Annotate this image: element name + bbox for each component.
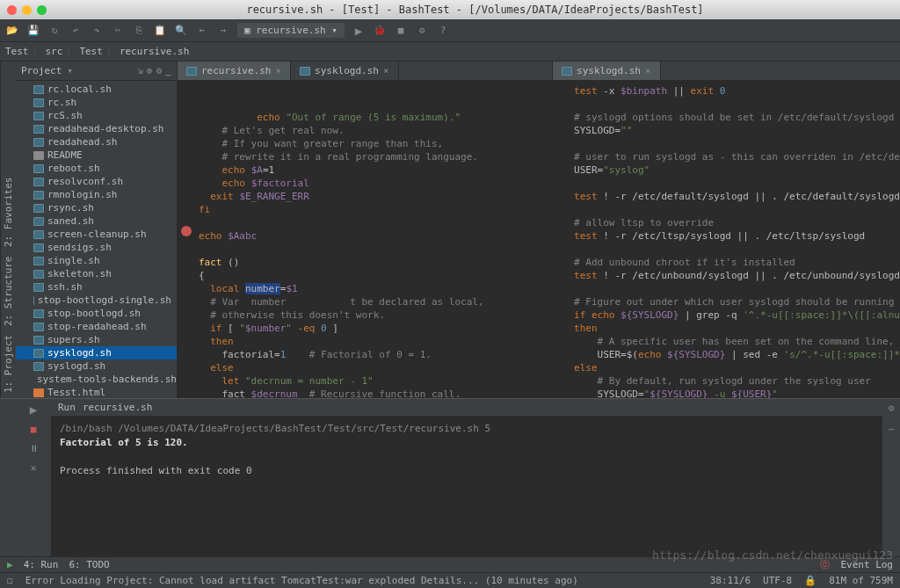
editor-tab[interactable]: sysklogd.sh× bbox=[553, 62, 660, 80]
refresh-icon[interactable]: ↻ bbox=[47, 24, 62, 38]
close-icon[interactable] bbox=[7, 5, 17, 15]
sidebar-tab-project[interactable]: 1: Project bbox=[3, 335, 14, 393]
run-toolbar: ▶ ■ ⏸ ✕ bbox=[16, 399, 51, 556]
breadcrumb-item[interactable]: Test bbox=[5, 46, 29, 57]
tree-file[interactable]: syslogd.sh bbox=[16, 359, 177, 373]
watermark: https://blog.csdn.net/chenxuegui123 bbox=[652, 548, 893, 562]
tree-file[interactable]: saned.sh bbox=[16, 214, 177, 228]
pause-icon[interactable]: ⏸ bbox=[26, 441, 40, 455]
editor-tab[interactable]: sysklogd.sh× bbox=[291, 62, 398, 80]
editor-tab[interactable]: recursive.sh× bbox=[178, 62, 291, 80]
gear-icon[interactable]: ⚙ bbox=[889, 403, 895, 414]
tree-file[interactable]: skeleton.sh bbox=[16, 267, 177, 280]
forward-icon[interactable]: → bbox=[216, 24, 230, 38]
breadcrumb-item[interactable]: recursive.sh bbox=[120, 46, 189, 57]
debug-icon[interactable]: 🐞 bbox=[373, 24, 387, 38]
breadcrumb-item[interactable]: Test bbox=[79, 46, 103, 57]
minimize-icon[interactable] bbox=[22, 5, 32, 15]
tree-file[interactable]: rsync.sh bbox=[16, 201, 177, 214]
tree-file[interactable]: rc.sh bbox=[16, 96, 177, 109]
file-icon bbox=[33, 283, 44, 292]
hide-icon[interactable]: ⎯ bbox=[165, 65, 171, 76]
paste-icon[interactable]: 📋 bbox=[153, 24, 167, 38]
tree-file[interactable]: readahead-desktop.sh bbox=[16, 122, 177, 135]
tree-file[interactable]: screen-cleanup.sh bbox=[16, 228, 177, 241]
traffic-lights[interactable] bbox=[7, 5, 47, 15]
file-name: ssh.sh bbox=[47, 281, 83, 293]
tree-file[interactable]: rc.local.sh bbox=[16, 83, 177, 96]
tree-file[interactable]: ssh.sh bbox=[16, 280, 177, 294]
copy-icon[interactable]: ⎘ bbox=[132, 24, 146, 38]
breadcrumb-item[interactable]: src bbox=[46, 46, 63, 57]
tree-file[interactable]: stop-bootlogd-single.sh bbox=[16, 294, 177, 307]
back-icon[interactable]: ← bbox=[195, 24, 209, 38]
locate-icon[interactable]: ⊕ bbox=[147, 65, 153, 76]
caret-position[interactable]: 38:11/6 bbox=[710, 575, 751, 586]
tree-file[interactable]: single.sh bbox=[16, 254, 177, 267]
sidebar-tab-structure[interactable]: 2: Structure bbox=[3, 256, 14, 325]
tree-file[interactable]: system-tools-backends.sh bbox=[16, 373, 177, 386]
gear-icon[interactable]: ⚙ bbox=[156, 65, 162, 76]
tree-file[interactable]: reboot.sh bbox=[16, 162, 177, 175]
file-icon bbox=[33, 217, 44, 226]
tree-file[interactable]: sysklogd.sh bbox=[16, 346, 177, 359]
cut-icon[interactable]: ✂ bbox=[111, 24, 125, 38]
rerun-icon[interactable]: ▶ bbox=[26, 403, 40, 417]
close-icon[interactable]: × bbox=[275, 65, 281, 76]
file-icon bbox=[33, 309, 44, 318]
code-editor[interactable]: test -x $binpath || exit 0 # syslogd opt… bbox=[553, 81, 900, 398]
close-icon[interactable]: × bbox=[645, 65, 651, 76]
close-icon[interactable]: × bbox=[383, 65, 389, 76]
run-panel: ▶ ■ ⏸ ✕ Run recursive.sh /bin/bash /Volu… bbox=[0, 398, 900, 556]
tab-label: sysklogd.sh bbox=[577, 65, 641, 76]
file-name: Tesst.html bbox=[47, 387, 105, 398]
tree-file[interactable]: Tesst.html bbox=[16, 386, 177, 398]
settings-icon[interactable]: ⚙ bbox=[415, 24, 429, 38]
tree-file[interactable]: rcS.sh bbox=[16, 109, 177, 122]
sidebar-tab-favorites[interactable]: 2: Favorites bbox=[3, 178, 14, 247]
foot-run[interactable]: 4: Run bbox=[24, 559, 59, 570]
file-icon bbox=[300, 67, 310, 76]
lock-icon[interactable]: 🔒 bbox=[804, 575, 817, 586]
encoding[interactable]: UTF-8 bbox=[763, 575, 792, 586]
save-icon[interactable]: 💾 bbox=[26, 24, 40, 38]
run-icon[interactable]: ▶ bbox=[352, 24, 366, 38]
run-config-selector[interactable]: ▣ recursive.sh ▾ bbox=[237, 23, 345, 38]
collapse-icon[interactable]: ⇲ bbox=[137, 65, 143, 76]
file-name: stop-bootlogd.sh bbox=[47, 308, 141, 319]
file-tree[interactable]: rc.local.shrc.shrcS.shreadahead-desktop.… bbox=[16, 81, 177, 398]
tree-file[interactable]: stop-readahead.sh bbox=[16, 320, 177, 333]
file-icon bbox=[33, 191, 44, 200]
file-name: single.sh bbox=[47, 255, 100, 266]
stop-icon[interactable]: ■ bbox=[394, 24, 408, 38]
redo-icon[interactable]: ↷ bbox=[90, 24, 104, 38]
file-icon bbox=[33, 85, 44, 94]
breakpoint-icon[interactable] bbox=[181, 226, 192, 236]
panel-title: Project bbox=[21, 65, 62, 76]
memory-indicator[interactable]: 81M of 759M bbox=[829, 575, 893, 586]
tree-file[interactable]: rmnologin.sh bbox=[16, 188, 177, 201]
code-editor[interactable]: echo "Out of range (5 is maximum)." # Le… bbox=[178, 81, 552, 398]
maximize-icon[interactable] bbox=[37, 5, 47, 15]
undo-icon[interactable]: ↶ bbox=[69, 24, 83, 38]
tree-file[interactable]: stop-bootlogd.sh bbox=[16, 307, 177, 320]
run-output[interactable]: /bin/bash /Volumes/DATA/IdeaProjects/Bas… bbox=[51, 417, 882, 556]
tree-file[interactable]: supers.sh bbox=[16, 333, 177, 346]
foot-todo[interactable]: 6: TODO bbox=[69, 559, 109, 570]
tree-file[interactable]: README bbox=[16, 149, 177, 162]
tree-file[interactable]: sendsigs.sh bbox=[16, 241, 177, 254]
file-icon bbox=[33, 243, 44, 252]
close-icon[interactable]: ✕ bbox=[26, 461, 40, 475]
left-sidebar: 1: Project 2: Structure 2: Favorites bbox=[0, 62, 16, 398]
hide-icon[interactable]: ⎯ bbox=[889, 419, 895, 431]
file-icon bbox=[33, 164, 44, 173]
stop-icon[interactable]: ■ bbox=[26, 422, 40, 436]
find-icon[interactable]: 🔍 bbox=[174, 24, 188, 38]
status-message[interactable]: Error Loading Project: Cannot load artif… bbox=[25, 575, 578, 586]
editor-left: recursive.sh×sysklogd.sh× echo "Out of r… bbox=[178, 62, 553, 398]
run-tab[interactable]: recursive.sh bbox=[83, 402, 152, 413]
tree-file[interactable]: readahead.sh bbox=[16, 135, 177, 149]
tree-file[interactable]: resolvconf.sh bbox=[16, 175, 177, 188]
help-icon[interactable]: ? bbox=[436, 24, 450, 38]
open-icon[interactable]: 📂 bbox=[5, 24, 19, 38]
